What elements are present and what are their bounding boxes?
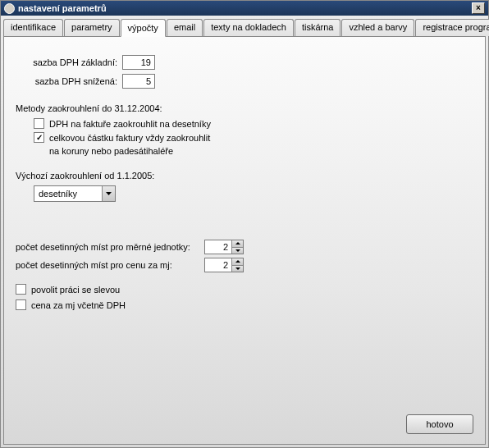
close-button[interactable]: ×	[472, 2, 485, 14]
price-vat-label: cena za mj včetně DPH	[31, 300, 126, 310]
spin-up-icon[interactable]	[232, 258, 243, 266]
tab-panel: sazba DPH základní: sazba DPH snížená: M…	[3, 36, 486, 445]
svg-marker-3	[235, 260, 240, 263]
tab-strip: identifikace parametry výpočty email tex…	[1, 16, 488, 36]
decimals-units-label: počet desetinných míst pro měrné jednotk…	[16, 242, 204, 252]
svg-marker-0	[106, 192, 112, 195]
settings-window: nastavení parametrů × identifikace param…	[0, 0, 489, 448]
round-total-label2: na koruny nebo padesátihaléře	[49, 146, 173, 156]
rounding-new-heading: Výchozí zaokrouhlení od 1.1.2005:	[16, 171, 473, 181]
spin-up-icon[interactable]	[232, 240, 243, 248]
spin-down-icon[interactable]	[232, 266, 243, 272]
svg-marker-2	[235, 249, 240, 252]
system-icon	[4, 3, 15, 14]
tab-vzhled[interactable]: vzhled a barvy	[341, 19, 414, 36]
chevron-down-icon	[102, 186, 115, 201]
decimals-units-value: 2	[205, 240, 231, 254]
round-dph-checkbox[interactable]	[34, 118, 44, 129]
allow-discount-label: povolit práci se slevou	[31, 285, 120, 295]
round-total-label: celkovou částku faktury vždy zaokrouhlit	[49, 133, 210, 143]
decimals-price-label: počet desetinných míst pro cenu za mj:	[16, 260, 204, 270]
svg-marker-4	[235, 267, 240, 270]
rounding-dropdown[interactable]: desetníky	[34, 185, 116, 202]
rounding-old-heading: Metody zaokrouhlení do 31.12.2004:	[16, 103, 473, 113]
svg-marker-1	[235, 242, 240, 245]
price-vat-checkbox[interactable]	[16, 299, 26, 310]
tab-identifikace[interactable]: identifikace	[3, 19, 63, 36]
ok-button[interactable]: hotovo	[406, 414, 473, 434]
tab-tiskarna[interactable]: tiskárna	[295, 19, 341, 36]
vat-reduced-label: sazba DPH snížená:	[16, 76, 122, 86]
tab-vypocty[interactable]: výpočty	[121, 19, 166, 37]
vat-base-input[interactable]	[122, 55, 155, 70]
vat-base-label: sazba DPH základní:	[16, 57, 122, 67]
round-total-checkbox[interactable]	[34, 132, 44, 143]
window-title: nastavení parametrů	[18, 3, 472, 13]
decimals-units-spinner[interactable]: 2	[204, 240, 244, 254]
spin-down-icon[interactable]	[232, 248, 243, 254]
title-bar: nastavení parametrů ×	[1, 1, 488, 16]
tab-texty[interactable]: texty na dokladech	[203, 19, 294, 36]
allow-discount-checkbox[interactable]	[16, 284, 26, 295]
round-dph-label: DPH na faktuře zaokrouhlit na desetníky	[49, 119, 211, 129]
tab-email[interactable]: email	[167, 19, 203, 36]
tab-parametry[interactable]: parametry	[64, 19, 120, 36]
tab-registrace[interactable]: registrace programu	[415, 19, 489, 36]
rounding-dropdown-value: desetníky	[34, 186, 102, 201]
decimals-price-spinner[interactable]: 2	[204, 258, 244, 272]
decimals-price-value: 2	[205, 258, 231, 272]
vat-reduced-input[interactable]	[122, 74, 155, 89]
